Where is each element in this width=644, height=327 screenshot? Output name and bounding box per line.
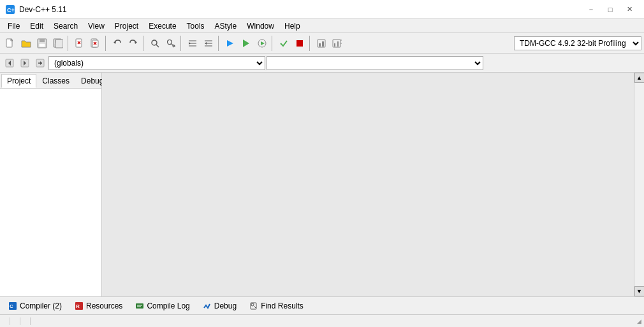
window-controls: − □ ✕ [582, 3, 639, 16]
svg-rect-10 [55, 40, 63, 48]
app-icon: C+ [5, 4, 15, 15]
menu-astyle[interactable]: AStyle [210, 20, 242, 32]
indent-button[interactable] [185, 36, 200, 51]
editor-area[interactable] [102, 73, 634, 296]
run-button[interactable] [238, 36, 254, 51]
svg-rect-38 [319, 43, 321, 47]
bottom-tab-compilelog[interactable]: Compile Log [129, 299, 195, 313]
compiler-select[interactable]: TDM-GCC 4.9.2 32-bit Profiling [514, 36, 641, 50]
svg-line-21 [156, 45, 159, 47]
find-button[interactable] [147, 36, 163, 51]
bottom-tab-findresults[interactable]: Find Results [244, 299, 309, 313]
toolbar-sep-6 [272, 36, 274, 51]
redo-button[interactable] [126, 36, 141, 51]
unindent-button[interactable] [201, 36, 216, 51]
compiler-icon: C [8, 302, 17, 310]
svg-rect-5 [40, 39, 45, 42]
undo-button[interactable] [110, 36, 125, 51]
bottom-tab-resources[interactable]: R Resources [69, 299, 128, 313]
profile1-button[interactable] [314, 36, 329, 51]
nav-forward-button[interactable] [18, 56, 32, 70]
toolbar-sep-3 [143, 36, 145, 51]
findresults-icon [249, 302, 258, 310]
svg-text:C: C [10, 303, 13, 309]
bottom-tab-resources-label: Resources [86, 302, 122, 310]
tab-classes[interactable]: Classes [36, 74, 75, 88]
save-all-button[interactable] [50, 36, 66, 51]
toolbar-sep-7 [309, 36, 312, 51]
right-scrollbar: ▲ ▼ [634, 73, 644, 296]
save-file-button[interactable] [34, 36, 50, 51]
svg-point-22 [168, 40, 172, 44]
menu-execute[interactable]: Execute [143, 20, 181, 32]
menu-tools[interactable]: Tools [182, 20, 210, 32]
toolbar-scope: (globals) [0, 54, 644, 73]
nav-jump-button[interactable] [33, 56, 47, 70]
resources-icon: R [75, 302, 84, 310]
window-title: Dev-C++ 5.11 [19, 5, 67, 14]
scrollbar-up-button[interactable]: ▲ [634, 73, 645, 83]
scope-select[interactable]: (globals) [48, 56, 265, 70]
bottom-tab-compilelog-label: Compile Log [147, 302, 189, 310]
compilelog-icon [135, 302, 144, 310]
menu-project[interactable]: Project [110, 20, 143, 32]
menu-edit[interactable]: Edit [25, 20, 48, 32]
compile-button[interactable] [223, 36, 238, 51]
svg-point-20 [152, 40, 157, 45]
close-button-tb[interactable] [72, 36, 87, 51]
profile2-button[interactable] [330, 36, 345, 51]
svg-rect-42 [337, 41, 339, 47]
menu-view[interactable]: View [83, 20, 110, 32]
menu-window[interactable]: Window [242, 20, 279, 32]
svg-marker-27 [189, 42, 191, 45]
close-button[interactable]: ✕ [620, 3, 639, 16]
close-all-button[interactable] [88, 36, 103, 51]
panel-tabs: Project Classes Debug [0, 73, 101, 89]
title-bar: C+ Dev-C++ 5.11 − □ ✕ [0, 0, 644, 19]
status-bar: ◢ [0, 314, 644, 327]
menu-help[interactable]: Help [279, 20, 305, 32]
svg-marker-19 [135, 41, 137, 44]
svg-line-61 [254, 306, 256, 308]
maximize-button[interactable]: □ [601, 3, 620, 16]
main-area: Project Classes Debug ▲ ▼ [0, 73, 644, 296]
panel-content [0, 89, 101, 296]
svg-marker-35 [261, 41, 265, 45]
status-item-1 [3, 317, 10, 325]
minimize-button[interactable]: − [582, 3, 601, 16]
svg-rect-37 [318, 40, 325, 47]
svg-marker-31 [205, 42, 207, 45]
check-button[interactable] [276, 36, 291, 51]
replace-button[interactable] [163, 36, 179, 51]
scrollbar-down-button[interactable]: ▼ [634, 286, 645, 296]
tab-project[interactable]: Project [1, 74, 36, 88]
bottom-tab-compiler[interactable]: C Compiler (2) [3, 299, 68, 313]
bottom-tab-debug-label: Debug [214, 302, 237, 310]
bottom-tabs-bar: C Compiler (2) R Resources Compile Log [0, 296, 644, 314]
toolbar-sep-4 [180, 36, 183, 51]
open-file-button[interactable] [18, 36, 34, 51]
svg-marker-18 [113, 41, 116, 44]
menu-search[interactable]: Search [48, 20, 83, 32]
menu-bar: File Edit Search View Project Execute To… [0, 19, 644, 33]
menu-file[interactable]: File [3, 20, 25, 32]
bottom-tab-debug[interactable]: Debug [197, 299, 242, 313]
nav-back-button[interactable] [3, 56, 17, 70]
new-file-button[interactable] [3, 36, 18, 51]
svg-rect-40 [333, 40, 340, 47]
compile-run-button[interactable] [254, 36, 270, 51]
toolbar-sep-2 [105, 36, 108, 51]
status-item-3 [23, 317, 31, 325]
svg-text:R: R [76, 303, 80, 309]
svg-marker-33 [243, 40, 249, 47]
svg-point-60 [251, 303, 254, 306]
svg-line-23 [172, 44, 173, 45]
status-resize-grip: ◢ [637, 318, 641, 324]
svg-rect-56 [136, 303, 143, 309]
title-bar-left: C+ Dev-C++ 5.11 [5, 4, 67, 15]
function-select[interactable] [267, 56, 483, 70]
stop-button[interactable] [292, 36, 307, 51]
svg-rect-6 [39, 43, 45, 47]
svg-text:C+: C+ [7, 7, 15, 13]
toolbar-sep-5 [218, 36, 221, 51]
